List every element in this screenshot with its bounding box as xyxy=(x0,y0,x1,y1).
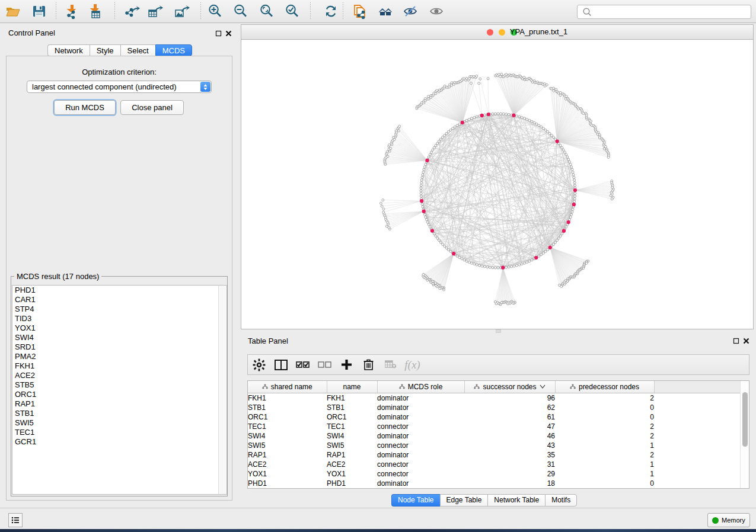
network-node[interactable] xyxy=(550,134,553,137)
leaf-node[interactable] xyxy=(478,82,480,85)
network-node[interactable] xyxy=(426,221,429,223)
chevron-down-icon[interactable] xyxy=(540,383,546,391)
network-node[interactable] xyxy=(439,138,442,140)
network-node[interactable] xyxy=(420,187,422,190)
network-node[interactable] xyxy=(569,216,572,219)
leaf-node[interactable] xyxy=(559,94,562,97)
network-node[interactable] xyxy=(547,249,549,251)
network-node[interactable] xyxy=(447,130,449,133)
memory-button[interactable]: Memory xyxy=(707,513,750,527)
network-node[interactable] xyxy=(458,257,461,259)
leaf-node[interactable] xyxy=(607,156,610,159)
refresh-layout-icon[interactable] xyxy=(322,3,340,20)
network-node[interactable] xyxy=(542,252,544,254)
leaf-node[interactable] xyxy=(500,73,503,75)
network-node[interactable] xyxy=(435,145,437,147)
network-node[interactable] xyxy=(500,113,502,115)
network-node[interactable] xyxy=(538,124,540,127)
network-node[interactable] xyxy=(420,193,422,195)
leaf-node[interactable] xyxy=(487,78,489,80)
network-node[interactable] xyxy=(449,129,452,132)
network-node[interactable] xyxy=(544,250,547,252)
leaf-node[interactable] xyxy=(382,211,385,213)
network-node[interactable] xyxy=(445,132,448,134)
network-node[interactable] xyxy=(420,195,422,197)
network-node[interactable] xyxy=(468,118,470,121)
network-node[interactable] xyxy=(471,117,473,120)
network-node[interactable] xyxy=(438,140,440,142)
network-node[interactable] xyxy=(515,264,518,267)
network-node[interactable] xyxy=(524,262,526,264)
split-pane-icon[interactable] xyxy=(270,355,292,374)
select-all-icon[interactable] xyxy=(292,355,314,374)
network-node[interactable] xyxy=(573,176,575,178)
hub-node[interactable] xyxy=(573,188,577,192)
run-mcds-button[interactable]: Run MCDS xyxy=(54,100,116,115)
network-node[interactable] xyxy=(420,190,422,192)
network-node[interactable] xyxy=(554,241,557,243)
network-node[interactable] xyxy=(559,235,562,237)
network-node[interactable] xyxy=(435,235,437,237)
leaf-node[interactable] xyxy=(390,148,392,150)
hub-node[interactable] xyxy=(422,210,426,213)
network-node[interactable] xyxy=(428,156,430,158)
network-node[interactable] xyxy=(436,237,439,239)
mcds-result-item[interactable]: SWI4 xyxy=(12,333,218,342)
network-node[interactable] xyxy=(422,174,424,176)
mcds-result-item[interactable]: STP4 xyxy=(12,305,218,314)
settings-gear-icon[interactable] xyxy=(248,355,270,374)
network-node[interactable] xyxy=(471,262,473,264)
table-row[interactable]: PHD1PHD1dominator180 xyxy=(248,479,740,488)
mcds-result-item[interactable]: CAR1 xyxy=(12,295,218,305)
leaf-node[interactable] xyxy=(450,84,452,86)
table-tab-motifs[interactable]: Motifs xyxy=(545,494,577,507)
open-folder-icon[interactable] xyxy=(4,3,22,20)
network-node[interactable] xyxy=(436,142,439,145)
network-node[interactable] xyxy=(538,255,540,257)
zoom-fit-icon[interactable] xyxy=(258,3,276,20)
node-table-scrollbar[interactable] xyxy=(740,381,749,488)
network-node[interactable] xyxy=(461,258,463,260)
column-header[interactable]: predecessor nodes xyxy=(555,381,654,393)
network-node[interactable] xyxy=(420,184,422,187)
network-node[interactable] xyxy=(562,149,564,151)
mcds-result-list[interactable]: PHD1CAR1STP4TID3YOX1SWI4SRD1PMA2FKH1ACE2… xyxy=(12,285,218,495)
mcds-result-item[interactable]: ORC1 xyxy=(12,390,218,399)
network-node[interactable] xyxy=(569,164,572,166)
network-node[interactable] xyxy=(420,181,423,184)
control-panel-tab-select[interactable]: Select xyxy=(120,44,155,56)
network-node[interactable] xyxy=(447,249,449,251)
network-node[interactable] xyxy=(425,164,427,166)
network-node[interactable] xyxy=(573,179,576,181)
network-node[interactable] xyxy=(422,206,424,208)
network-node[interactable] xyxy=(479,264,481,267)
network-node[interactable] xyxy=(456,124,458,127)
leaf-node[interactable] xyxy=(559,91,562,94)
leaf-node[interactable] xyxy=(451,82,453,84)
network-node[interactable] xyxy=(430,151,432,153)
table-tab-network-table[interactable]: Network Table xyxy=(487,494,545,507)
hub-node[interactable] xyxy=(480,114,484,117)
hub-node[interactable] xyxy=(501,266,505,270)
network-home-icon[interactable] xyxy=(377,3,394,20)
network-node[interactable] xyxy=(421,203,423,206)
network-node[interactable] xyxy=(454,126,456,128)
network-node[interactable] xyxy=(547,130,549,133)
import-network-icon[interactable] xyxy=(63,3,81,20)
network-node[interactable] xyxy=(553,136,555,139)
mcds-result-item[interactable]: RAP1 xyxy=(12,399,218,409)
network-node[interactable] xyxy=(548,132,551,134)
leaf-node[interactable] xyxy=(553,89,555,92)
network-node[interactable] xyxy=(565,226,567,228)
network-node[interactable] xyxy=(561,233,563,235)
network-node[interactable] xyxy=(511,265,513,268)
network-node[interactable] xyxy=(442,136,444,139)
mcds-result-item[interactable]: SWI5 xyxy=(12,418,218,428)
column-header[interactable]: shared name xyxy=(248,381,327,393)
leaf-node[interactable] xyxy=(611,198,613,200)
leaf-node[interactable] xyxy=(479,78,481,80)
network-node[interactable] xyxy=(531,259,533,261)
hub-node[interactable] xyxy=(572,203,576,206)
network-node[interactable] xyxy=(444,245,446,248)
network-node[interactable] xyxy=(571,211,573,213)
